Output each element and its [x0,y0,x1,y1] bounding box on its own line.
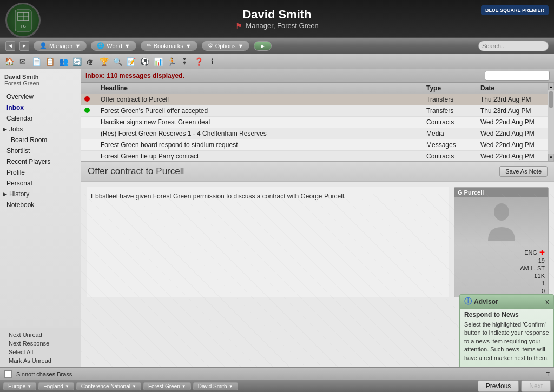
advisor-subtitle: Respond to News [460,309,553,320]
table-row[interactable]: Forest Green's Purcell offer accepted Tr… [81,105,548,117]
msg-indicator [84,153,90,158]
transfer-icon[interactable]: 🔄 [71,56,83,68]
msg-date: Wed 22nd Aug PM [477,151,548,162]
training-icon[interactable]: 🏃 [166,56,177,68]
status-checkbox[interactable] [4,370,12,378]
sidebar-item-personal[interactable]: Personal [0,178,81,189]
detail-body: Ebbsfleet have given Forest Green permis… [81,182,554,303]
sidebar-item-notebook[interactable]: Notebook [0,200,81,210]
col-date[interactable]: Date [477,83,548,94]
next-response-btn[interactable]: Next Response [4,339,77,348]
message-detail: Offer contract to Purcell Save As Note E… [81,161,554,367]
msg-indicator [84,142,90,147]
stats-icon[interactable]: 📊 [152,56,164,68]
msg-indicator [84,96,90,102]
league-badge: BLUE SQUARE PREMIER [481,5,549,15]
msg-type: Media [423,128,477,139]
content-area: Inbox: 110 messages displayed. Headline … [81,69,554,367]
forward-arrow[interactable]: ► [19,41,29,51]
table-row[interactable]: Hardiker signs new Forest Green deal Con… [81,117,548,128]
sidebar-item-recent-players[interactable]: Recent Players [0,156,81,167]
table-row[interactable]: Offer contract to Purcell Transfers Thu … [81,94,548,105]
footer-europe[interactable]: Europe ▼ [3,382,36,390]
sidebar-item-profile[interactable]: Profile [0,167,81,178]
info-icon[interactable]: ℹ [206,56,218,68]
col-headline[interactable] [81,83,97,94]
select-all-btn[interactable]: Select All [4,348,77,356]
search2-icon[interactable]: 🔍 [111,56,123,68]
list-icon[interactable]: 📋 [44,56,56,68]
contract-icon[interactable]: 📝 [125,56,137,68]
msg-indicator-cell [81,151,97,162]
sidebar-item-boardroom[interactable]: Board Room [0,135,81,145]
file-icon[interactable]: 📄 [30,56,42,68]
footer-david-smith[interactable]: David Smith ▼ [193,382,238,390]
footer-conference[interactable]: Conference National ▼ [76,382,141,390]
news-ticker: Sinnott chases Brass [16,371,542,377]
go-btn[interactable]: ► [254,41,272,51]
sidebar-item-jobs[interactable]: ▶ Jobs [0,124,81,135]
people-icon[interactable]: 👥 [57,56,69,68]
table-area: Headline Type Date Offer contract to Pur… [81,83,554,161]
sidebar-item-shortlist[interactable]: Shortlist [0,145,81,156]
footer-forest-green[interactable]: Forest Green ▼ [143,382,191,390]
rating-value: 1 [542,280,545,287]
advisor-close-button[interactable]: x [545,298,549,305]
sidebar-item-history[interactable]: ▶ History [0,189,81,200]
inbox-scrollbar[interactable]: ▲ ▼ [548,83,554,161]
message-table-container[interactable]: Headline Type Date Offer contract to Pur… [81,83,548,161]
msg-indicator-cell [81,139,97,151]
msg-date: Thu 23rd Aug PM [477,105,548,117]
footer-england[interactable]: England ▼ [38,382,74,390]
next-button[interactable]: Next [521,380,551,392]
media-icon[interactable]: 🎙 [179,56,191,68]
player-name: G Purcell [454,188,548,197]
save-note-button[interactable]: Save As Note [499,166,548,177]
value-row: £1K [458,272,545,280]
help-icon[interactable]: ❓ [193,56,205,68]
col-headline-text[interactable]: Headline [97,83,423,94]
options-menu-btn[interactable]: ⚙ Options ▼ [202,41,250,51]
tactics-icon[interactable]: ⚽ [138,56,150,68]
table-row[interactable]: Forest Green tie up Parry contract Contr… [81,151,548,162]
chevron-icon: ▼ [132,384,136,389]
sidebar-item-calendar[interactable]: Calendar [0,113,81,124]
statusbar: Sinnott chases Brass T [0,367,554,380]
flag-icon: ⚑ [235,22,242,30]
manager-name: David Smith [235,8,318,22]
manager-menu-btn[interactable]: 👤 Manager ▼ [34,41,87,51]
status-right: T [546,371,550,377]
advisor-panel: ⓘ Advisor x Respond to News Select the h… [459,294,554,367]
mark-unread-btn[interactable]: Mark As Unread [4,356,77,365]
scroll-thumb[interactable] [549,91,553,108]
rating-row: 1 [458,280,545,287]
flag-icon: ✚ [539,249,545,256]
footer: Europe ▼ England ▼ Conference National ▼… [0,380,554,392]
msg-headline: Forest Green tie up Parry contract [97,151,423,162]
table-row[interactable]: Forest Green board respond to stadium re… [81,139,548,151]
msg-date: Thu 23rd Aug PM [477,94,548,105]
sidebar-item-overview[interactable]: Overview [0,91,81,102]
next-unread-btn[interactable]: Next Unread [4,330,77,339]
bookmarks-menu-btn[interactable]: ✏ Bookmarks ▼ [141,41,197,51]
world-menu-btn[interactable]: 🌐 World ▼ [91,41,136,51]
player-stats: ENG ✚ 19 AM L, ST [454,246,548,297]
email-icon[interactable]: ✉ [17,56,29,68]
search-input[interactable] [478,41,549,51]
previous-button[interactable]: Previous [478,380,519,392]
back-arrow[interactable]: ◄ [5,41,15,51]
info-circle-icon: ⓘ [464,297,472,307]
msg-headline: Hardiker signs new Forest Green deal [97,117,423,128]
stadium-icon[interactable]: 🏟 [84,56,96,68]
trophy-icon[interactable]: 🏆 [98,56,110,68]
inbox-search-input[interactable] [485,71,550,81]
table-row[interactable]: (Res) Forest Green Reserves 1 - 4 Chelte… [81,128,548,139]
scroll-up[interactable]: ▲ [548,83,554,90]
home-icon[interactable]: 🏠 [3,56,15,68]
col-type[interactable]: Type [423,83,477,94]
position-row: AM L, ST [458,264,545,272]
msg-type: Transfers [423,105,477,117]
sidebar-item-inbox[interactable]: Inbox [0,102,81,113]
scroll-down[interactable]: ▼ [548,154,554,161]
msg-headline: Forest Green board respond to stadium re… [97,139,423,151]
